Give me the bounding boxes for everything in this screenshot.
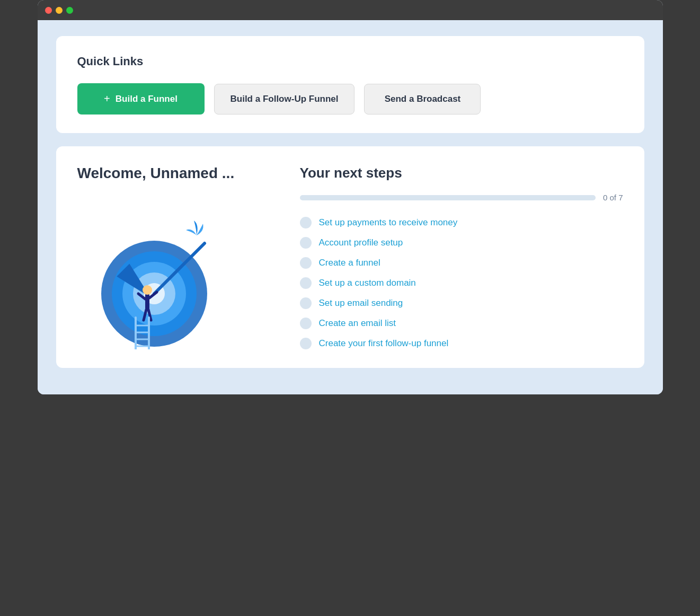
send-broadcast-button[interactable]: Send a Broadcast bbox=[364, 84, 481, 115]
close-button[interactable] bbox=[45, 7, 52, 14]
target-illustration-container bbox=[77, 198, 300, 349]
step-item-6[interactable]: Create an email list bbox=[300, 318, 623, 329]
next-steps-title: Your next steps bbox=[300, 165, 623, 181]
progress-bar-track bbox=[300, 195, 596, 200]
quick-links-card: Quick Links + Build a Funnel Build a Fol… bbox=[56, 36, 644, 133]
step-label-2: Account profile setup bbox=[319, 237, 403, 248]
app-window: Quick Links + Build a Funnel Build a Fol… bbox=[38, 0, 663, 394]
build-followup-button[interactable]: Build a Follow-Up Funnel bbox=[214, 84, 355, 115]
step-label-7: Create your first follow-up funnel bbox=[319, 338, 449, 349]
svg-rect-7 bbox=[145, 294, 149, 310]
plus-icon: + bbox=[104, 93, 110, 105]
welcome-left: Welcome, Unnamed ... bbox=[77, 165, 300, 349]
step-label-4: Set up a custom domain bbox=[319, 278, 416, 288]
titlebar bbox=[38, 0, 663, 20]
welcome-right: Your next steps 0 of 7 Set up payments t… bbox=[300, 165, 623, 349]
step-label-3: Create a funnel bbox=[319, 258, 380, 268]
build-funnel-button[interactable]: + Build a Funnel bbox=[77, 83, 205, 115]
welcome-card: Welcome, Unnamed ... bbox=[56, 146, 644, 368]
quick-links-buttons: + Build a Funnel Build a Follow-Up Funne… bbox=[77, 83, 623, 115]
step-item-5[interactable]: Set up email sending bbox=[300, 297, 623, 309]
progress-label: 0 of 7 bbox=[603, 193, 623, 202]
step-label-5: Set up email sending bbox=[319, 298, 403, 309]
svg-point-8 bbox=[143, 285, 152, 295]
step-item-4[interactable]: Set up a custom domain bbox=[300, 277, 623, 289]
window-content: Quick Links + Build a Funnel Build a Fol… bbox=[38, 20, 663, 394]
step-circle-1 bbox=[300, 217, 312, 228]
step-item-3[interactable]: Create a funnel bbox=[300, 257, 623, 269]
welcome-title: Welcome, Unnamed ... bbox=[77, 165, 300, 182]
step-item-2[interactable]: Account profile setup bbox=[300, 237, 623, 249]
minimize-button[interactable] bbox=[56, 7, 63, 14]
step-circle-5 bbox=[300, 297, 312, 309]
step-circle-2 bbox=[300, 237, 312, 249]
progress-row: 0 of 7 bbox=[300, 193, 623, 202]
step-circle-4 bbox=[300, 277, 312, 289]
step-label-1: Set up payments to receive money bbox=[319, 217, 458, 228]
step-circle-3 bbox=[300, 257, 312, 269]
step-label-6: Create an email list bbox=[319, 318, 396, 329]
quick-links-title: Quick Links bbox=[77, 55, 623, 68]
step-circle-6 bbox=[300, 318, 312, 329]
build-funnel-label: Build a Funnel bbox=[116, 94, 178, 104]
maximize-button[interactable] bbox=[66, 7, 73, 14]
target-svg bbox=[88, 212, 220, 349]
step-item-1[interactable]: Set up payments to receive money bbox=[300, 217, 623, 228]
step-circle-7 bbox=[300, 338, 312, 349]
step-item-7[interactable]: Create your first follow-up funnel bbox=[300, 338, 623, 349]
steps-list: Set up payments to receive money Account… bbox=[300, 217, 623, 349]
